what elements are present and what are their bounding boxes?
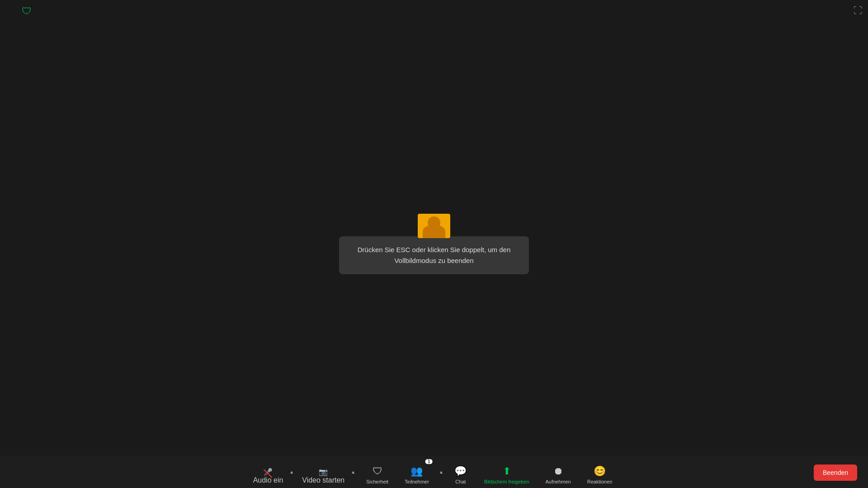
share-screen-button[interactable]: ⬆ Bildschirm freigeben: [477, 455, 537, 488]
participants-button[interactable]: 👥 Teilnehmer 1: [397, 455, 436, 488]
audio-arrow-button[interactable]: ▲: [288, 455, 296, 488]
participants-label: Teilnehmer: [405, 479, 429, 484]
video-icon: 📷: [319, 468, 328, 476]
share-screen-label: Bildschirm freigeben: [484, 479, 529, 484]
security-shield-icon: 🛡: [22, 5, 32, 17]
video-label: Video starten: [302, 476, 344, 484]
audio-label: Audio ein: [253, 476, 283, 484]
center-overlay: Drücken Sie ESC oder klicken Sie doppelt…: [339, 214, 529, 274]
share-screen-icon: ⬆: [503, 465, 511, 477]
audio-toggle-button[interactable]: 🎤 Audio ein: [249, 455, 288, 488]
chat-label: Chat: [455, 479, 466, 484]
fullscreen-message-text: Drücken Sie ESC oder klicken Sie doppelt…: [358, 246, 511, 264]
record-icon: ⏺: [553, 465, 563, 477]
audio-controls: 🎤 Audio ein ▲: [249, 455, 296, 488]
security-label: Sicherheit: [366, 479, 388, 484]
speaker-face: [418, 214, 450, 238]
video-arrow-button[interactable]: ▲: [349, 455, 357, 488]
security-button[interactable]: 🛡 Sicherheit: [359, 455, 396, 488]
chat-icon: 💬: [454, 465, 467, 477]
participants-arrow-button[interactable]: ▲: [438, 455, 444, 488]
security-icon: 🛡: [373, 465, 382, 477]
exit-fullscreen-button[interactable]: ⛶: [854, 5, 863, 16]
participants-icon: 👥: [410, 465, 423, 477]
microphone-icon: 🎤: [264, 468, 273, 476]
fullscreen-message-box: Drücken Sie ESC oder klicken Sie doppelt…: [339, 236, 529, 274]
record-label: Aufnehmen: [545, 479, 571, 484]
reactions-icon: 😊: [594, 465, 606, 477]
video-controls: 📷 Video starten ▲: [297, 455, 357, 488]
toolbar: 🎤 Audio ein ▲ 📷 Video starten ▲ 🛡 Sicher…: [0, 455, 868, 488]
video-toggle-button[interactable]: 📷 Video starten: [297, 455, 349, 488]
reactions-button[interactable]: 😊 Reaktionen: [580, 455, 620, 488]
chat-button[interactable]: 💬 Chat: [446, 455, 475, 488]
participants-count-badge: 1: [425, 459, 433, 464]
record-button[interactable]: ⏺ Aufnehmen: [538, 455, 578, 488]
speaker-avatar: [418, 214, 450, 238]
end-meeting-button[interactable]: Beenden: [814, 465, 857, 481]
reactions-label: Reaktionen: [587, 479, 613, 484]
toolbar-center: 🎤 Audio ein ▲ 📷 Video starten ▲ 🛡 Sicher…: [249, 455, 620, 488]
